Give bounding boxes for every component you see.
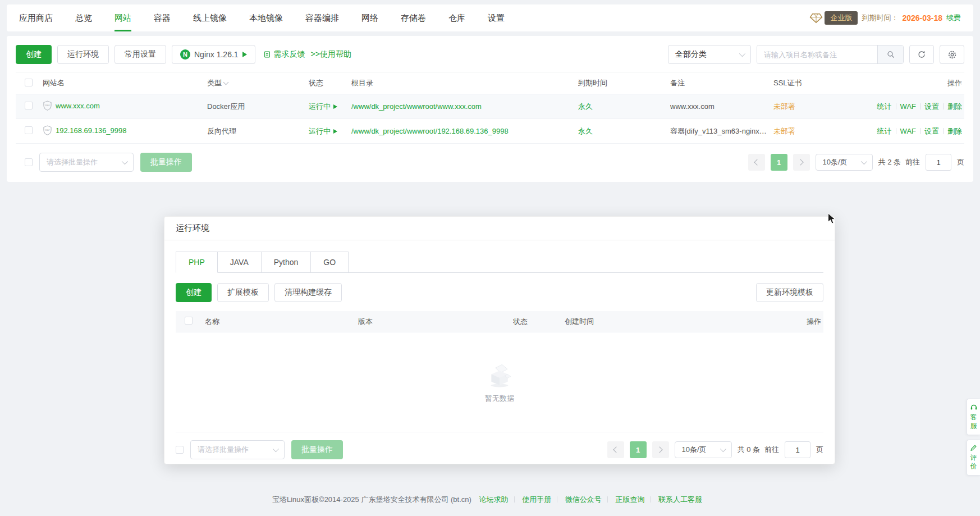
modal-header[interactable]: 运行环境 [164, 217, 835, 240]
rate-widget[interactable]: 评价 [967, 440, 980, 476]
batch-action-select[interactable]: 请选择批量操作 [39, 153, 134, 172]
settings-link[interactable]: 设置 [924, 102, 939, 111]
site-status[interactable]: 运行中 [309, 126, 337, 136]
website-toolbar: 创建 运行环境 常用设置 N Nginx 1.26.1 需求反馈 >>使用帮助 … [16, 45, 964, 64]
site-root-dir[interactable]: /www/dk_project/wwwroot/www.xxx.com [351, 102, 578, 111]
nav-item-network[interactable]: 网络 [361, 13, 378, 24]
nav-item-settings[interactable]: 设置 [488, 13, 505, 24]
runtime-env-button[interactable]: 运行环境 [57, 45, 109, 64]
next-page-button[interactable] [652, 441, 669, 458]
footer-link-license-check[interactable]: 正版查询 [615, 495, 644, 504]
tab-java[interactable]: JAVA [218, 252, 262, 273]
batch-apply-button[interactable]: 批量操作 [140, 153, 192, 172]
nav-item-container[interactable]: 容器 [154, 13, 171, 24]
common-settings-button[interactable]: 常用设置 [115, 45, 166, 64]
current-page-button[interactable]: 1 [630, 441, 647, 458]
site-ssl-status[interactable]: 未部署 [773, 102, 874, 112]
renew-link[interactable]: 续费 [946, 13, 961, 23]
feedback-doc-icon [263, 51, 271, 58]
table-settings-button[interactable] [940, 45, 964, 64]
select-all-checkbox[interactable] [25, 79, 33, 86]
batch-select-all-checkbox[interactable] [25, 158, 33, 166]
website-panel: 创建 运行环境 常用设置 N Nginx 1.26.1 需求反馈 >>使用帮助 … [7, 36, 973, 182]
env-table: 名称 版本 状态 创建时间 操作 暂无数据 [176, 311, 823, 432]
create-env-button[interactable]: 创建 [176, 283, 212, 302]
waf-link[interactable]: WAF [900, 127, 916, 135]
running-play-icon [333, 129, 337, 134]
next-page-button[interactable] [793, 154, 810, 171]
delete-link[interactable]: 删除 [947, 127, 962, 135]
nav-item-overview[interactable]: 总览 [75, 13, 92, 24]
env-select-all-checkbox[interactable] [185, 317, 193, 325]
nav-item-compose[interactable]: 容器编排 [305, 13, 339, 24]
site-remark[interactable]: www.xxx.com [670, 102, 773, 111]
extend-template-button[interactable]: 扩展模板 [217, 283, 269, 302]
webserver-button[interactable]: N Nginx 1.26.1 [172, 45, 255, 64]
chevron-down-icon [720, 446, 726, 452]
category-filter-select[interactable]: 全部分类 [668, 45, 751, 64]
update-env-template-button[interactable]: 更新环境模板 [756, 283, 823, 302]
footer-link-manual[interactable]: 使用手册 [522, 495, 551, 504]
current-page-button[interactable]: 1 [771, 154, 787, 171]
floating-side-widgets: 客服 评价 [967, 399, 980, 476]
search-input[interactable] [757, 45, 877, 63]
site-name-link[interactable]: WAF 192.168.69.136_9998 [43, 125, 127, 135]
create-site-button[interactable]: 创建 [16, 45, 52, 64]
site-root-dir[interactable]: /www/dk_project/wwwroot/192.168.69.136_9… [351, 127, 578, 135]
stats-link[interactable]: 统计 [877, 127, 892, 135]
tab-python[interactable]: Python [262, 252, 312, 273]
batch-operation-bar: 请选择批量操作 批量操作 1 10条/页 共 2 条 前往 页 [16, 153, 964, 172]
svg-text:WAF: WAF [45, 129, 51, 131]
site-name-link[interactable]: WAF www.xxx.com [43, 101, 100, 111]
search-button[interactable] [877, 45, 903, 63]
header-status: 状态 [309, 78, 351, 88]
diamond-icon [809, 12, 823, 24]
clear-build-cache-button[interactable]: 清理构建缓存 [274, 283, 342, 302]
waf-link[interactable]: WAF [900, 102, 916, 111]
page-unit-label: 页 [957, 157, 964, 167]
env-batch-apply-button[interactable]: 批量操作 [291, 440, 343, 459]
footer-link-support[interactable]: 联系人工客服 [658, 495, 702, 504]
nav-item-website[interactable]: 网站 [115, 13, 131, 24]
footer-link-forum[interactable]: 论坛求助 [479, 495, 509, 504]
prev-page-button[interactable] [748, 154, 765, 171]
nav-item-volumes[interactable]: 存储卷 [401, 13, 426, 24]
env-header-version: 版本 [358, 317, 513, 327]
nav-item-app-store[interactable]: 应用商店 [19, 13, 53, 24]
site-expire[interactable]: 永久 [578, 126, 670, 136]
page-size-select[interactable]: 10条/页 [675, 441, 732, 458]
copyright-text: 宝塔Linux面板©2014-2025 广东堡塔安全技术有限公司 (bt.cn) [272, 495, 471, 504]
nav-item-local-images[interactable]: 本地镜像 [249, 13, 283, 24]
feedback-link[interactable]: 需求反馈 [263, 49, 305, 60]
refresh-button[interactable] [909, 45, 934, 64]
waf-shield-icon: WAF [43, 125, 52, 135]
goto-page-input[interactable] [926, 154, 951, 171]
customer-service-widget[interactable]: 客服 [967, 399, 980, 435]
page-size-select[interactable]: 10条/页 [816, 154, 873, 171]
nav-item-online-images[interactable]: 线上镜像 [193, 13, 227, 24]
site-remark[interactable]: 容器[dify_v113_sm63-nginx-1]的 [670, 126, 773, 136]
env-batch-action-select[interactable]: 请选择批量操作 [190, 440, 285, 459]
site-ssl-status[interactable]: 未部署 [773, 126, 874, 136]
site-expire[interactable]: 永久 [578, 102, 670, 112]
row-checkbox[interactable] [25, 126, 33, 134]
usage-help-link[interactable]: >>使用帮助 [311, 49, 351, 60]
delete-link[interactable]: 删除 [947, 102, 962, 111]
empty-state: 暂无数据 [176, 332, 823, 432]
site-search [757, 45, 904, 64]
settings-link[interactable]: 设置 [924, 127, 939, 135]
nav-item-repository[interactable]: 仓库 [448, 13, 465, 24]
footer-link-wechat[interactable]: 微信公众号 [565, 495, 602, 504]
prev-page-button[interactable] [607, 441, 624, 458]
site-status[interactable]: 运行中 [309, 102, 337, 112]
tab-php[interactable]: PHP [176, 252, 218, 273]
env-batch-select-all-checkbox[interactable] [176, 446, 184, 454]
row-checkbox[interactable] [25, 102, 33, 109]
tab-go[interactable]: GO [311, 252, 349, 273]
refresh-icon [917, 50, 926, 59]
stats-link[interactable]: 统计 [877, 102, 892, 111]
goto-page-input[interactable] [785, 441, 810, 458]
nav-menu: 应用商店 总览 网站 容器 线上镜像 本地镜像 容器编排 网络 存储卷 仓库 设… [19, 13, 505, 24]
page-footer: 宝塔Linux面板©2014-2025 广东堡塔安全技术有限公司 (bt.cn)… [0, 495, 980, 505]
header-type[interactable]: 类型 [207, 78, 309, 88]
